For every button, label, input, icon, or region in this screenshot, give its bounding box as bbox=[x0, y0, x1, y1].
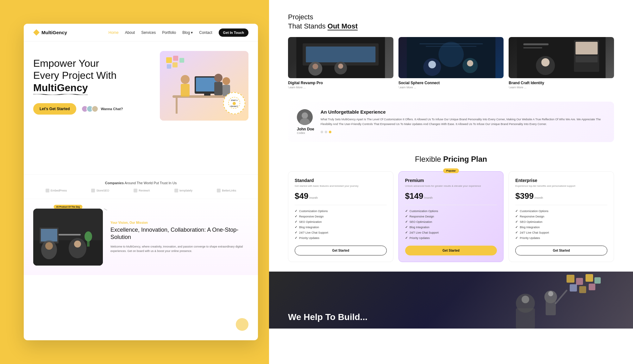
about-title: Excellence, Innovation, Collaboration: A… bbox=[110, 226, 248, 241]
feature-pre-3: SEO Optimization bbox=[405, 219, 497, 224]
feature-std-2: Responsive Design bbox=[295, 214, 387, 219]
nav-blog[interactable]: Blog ▾ bbox=[182, 30, 193, 35]
svg-rect-17 bbox=[172, 62, 178, 67]
testimonial-text: What Truly Sets MultiGency Apart Is The … bbox=[321, 117, 605, 127]
logo-templately: templately bbox=[174, 189, 192, 192]
feature-std-5: 24/7 Live Chat Support bbox=[295, 230, 387, 235]
feature-pre-1: Customization Options bbox=[405, 208, 497, 214]
svg-rect-14 bbox=[173, 56, 178, 61]
testimonial-avatar-wrap: John Doe Codex bbox=[297, 109, 314, 135]
nav-services[interactable]: Services bbox=[141, 30, 156, 35]
dot-2[interactable] bbox=[325, 131, 327, 133]
svg-rect-69 bbox=[579, 286, 586, 293]
logo-storeseo: StoreSEO bbox=[91, 189, 109, 192]
svg-rect-10 bbox=[214, 82, 222, 95]
svg-point-28 bbox=[45, 242, 53, 250]
plan-standard-cta[interactable]: Get Started bbox=[295, 246, 387, 255]
svg-point-72 bbox=[548, 291, 553, 296]
svg-rect-63 bbox=[516, 308, 535, 329]
project-name-2: Social Sphere Connect bbox=[398, 81, 504, 85]
trust-title: Companies Around The World Put Trust In … bbox=[33, 181, 248, 185]
logo-reviewx: ReviewX bbox=[134, 189, 150, 192]
plan-standard-price: $49 /month bbox=[295, 191, 387, 201]
pricing-section: Flexible Pricing Plan Standard Get start… bbox=[269, 148, 633, 272]
projects-section: Projects That Stands Out Most Digital bbox=[269, 0, 633, 98]
feature-pre-2: Responsive Design bbox=[405, 214, 497, 219]
price-divider-2 bbox=[405, 205, 497, 205]
hero-cta-button[interactable]: Let's Get Started bbox=[33, 103, 76, 115]
feature-ent-2: Responsive Design bbox=[515, 214, 607, 219]
feature-pre-4: Blog Integration bbox=[405, 224, 497, 230]
svg-rect-55 bbox=[523, 43, 549, 45]
svg-text:START A: START A bbox=[231, 99, 237, 101]
dot-1[interactable] bbox=[321, 131, 323, 133]
project-3-svg bbox=[509, 37, 614, 78]
logo-icon bbox=[33, 29, 40, 36]
avatar-3 bbox=[91, 105, 98, 112]
bottom-overlay-text: We Help To Build... bbox=[288, 312, 367, 322]
pricing-grid: Standard Get started with basic features… bbox=[288, 171, 614, 262]
feature-std-4: Blog Integration bbox=[295, 224, 387, 230]
about-content: Your Vision, Our Mission Excellence, Inn… bbox=[110, 221, 248, 254]
popular-badge: Popular bbox=[443, 168, 459, 173]
logos-row: EmbedPress StoreSEO ReviewX templately B… bbox=[33, 189, 248, 192]
svg-rect-36 bbox=[306, 47, 375, 62]
project-name-1: Digital Revamp Pro bbox=[288, 81, 393, 85]
avatar-svg bbox=[297, 109, 313, 125]
plan-premium-cta[interactable]: Get Started bbox=[405, 246, 497, 255]
project-link-3[interactable]: Learn More ... bbox=[509, 86, 614, 89]
wanna-chat[interactable]: Wanna Chat? bbox=[81, 105, 123, 112]
project-link-2[interactable]: Learn More ... bbox=[398, 86, 504, 89]
plan-enterprise-features: Customization Options Responsive Design … bbox=[515, 208, 607, 241]
dot-3-active[interactable] bbox=[329, 131, 331, 133]
project-link-1[interactable]: Learn More ... bbox=[288, 86, 393, 89]
svg-point-38 bbox=[312, 64, 318, 69]
about-description: Welcome to MultiGency, where creativity,… bbox=[110, 244, 248, 254]
nav-contact[interactable]: Contact bbox=[199, 30, 212, 35]
logo-betterlinks: BetterLinks bbox=[217, 189, 236, 192]
svg-rect-73 bbox=[546, 299, 556, 315]
svg-rect-15 bbox=[179, 58, 184, 63]
reviewx-icon bbox=[134, 189, 137, 192]
trust-section: Companies Around The World Put Trust In … bbox=[24, 174, 258, 199]
testimonial-section: John Doe Codex An Unforgettable Experien… bbox=[288, 102, 614, 142]
feature-ent-6: Priority Updates bbox=[515, 235, 607, 241]
svg-rect-6 bbox=[204, 94, 210, 96]
svg-text:PROJECT: PROJECT bbox=[230, 105, 238, 107]
testimonial-content: An Unforgettable Experience What Truly S… bbox=[321, 109, 605, 133]
svg-point-20 bbox=[233, 102, 236, 105]
svg-rect-67 bbox=[594, 277, 601, 284]
svg-point-33 bbox=[85, 231, 92, 242]
svg-rect-8 bbox=[181, 84, 190, 97]
project-name-3: Brand Craft Identity bbox=[509, 81, 614, 85]
logo[interactable]: MultiGency bbox=[33, 29, 67, 36]
plan-enterprise-name: Enterprise bbox=[515, 178, 607, 183]
svg-rect-56 bbox=[523, 47, 542, 48]
feature-std-3: SEO Optimization bbox=[295, 219, 387, 224]
svg-rect-48 bbox=[426, 46, 476, 47]
svg-point-42 bbox=[438, 42, 464, 67]
plan-premium-name: Premium bbox=[405, 178, 497, 183]
project-card-1: Digital Revamp Pro Learn More ... bbox=[288, 37, 393, 89]
project-image-2 bbox=[398, 37, 504, 78]
hero-section: START A PROJECT Empower Your Every Proje… bbox=[24, 41, 258, 174]
storeseo-icon bbox=[91, 189, 95, 192]
right-panel: Projects That Stands Out Most Digital bbox=[269, 0, 633, 364]
plan-enterprise-cta[interactable]: Get Started bbox=[515, 246, 607, 255]
about-image bbox=[33, 209, 103, 266]
svg-rect-68 bbox=[570, 284, 577, 292]
nav-about[interactable]: About bbox=[125, 30, 135, 35]
squiggle-decoration: ~ bbox=[102, 205, 109, 214]
project-image-3 bbox=[509, 37, 614, 78]
nav-cta-button[interactable]: Get In Touch bbox=[219, 28, 248, 37]
testimonial-avatar bbox=[297, 109, 313, 125]
testimonial-role: Codex bbox=[297, 131, 314, 135]
plan-standard-features: Customization Options Responsive Design … bbox=[295, 208, 387, 241]
svg-point-54 bbox=[542, 58, 550, 66]
svg-point-62 bbox=[522, 296, 529, 303]
feature-ent-5: 24/7 Live Chat Support bbox=[515, 230, 607, 235]
badge-svg: START A PROJECT bbox=[228, 97, 241, 109]
nav-portfolio[interactable]: Portfolio bbox=[162, 30, 176, 35]
nav-home[interactable]: Home bbox=[109, 30, 119, 35]
svg-rect-66 bbox=[586, 274, 593, 282]
